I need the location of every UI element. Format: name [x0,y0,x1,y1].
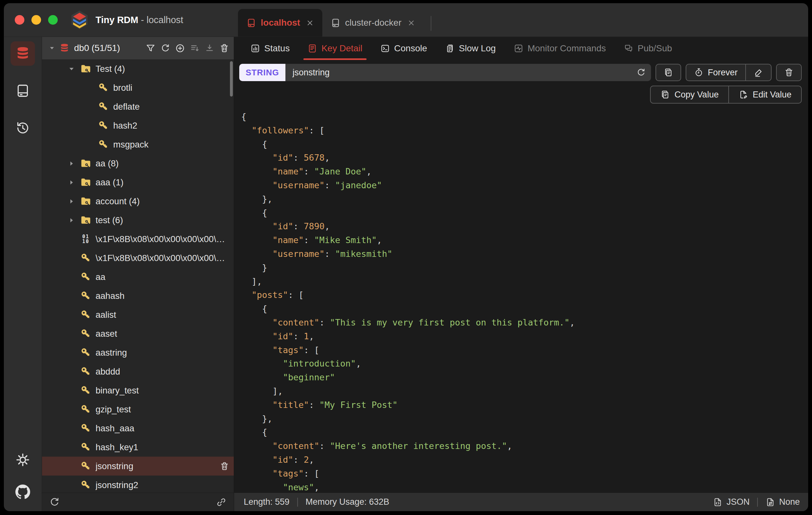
rename-key-button[interactable] [745,64,771,81]
code-line: "news", [241,481,805,492]
tree-key-item[interactable]: msgpack [42,135,234,154]
minimize-window-button[interactable] [31,15,41,25]
tree-folder-item[interactable]: account (4) [42,192,234,211]
tree-key-item[interactable]: deflate [42,97,234,116]
code-line: ], [241,384,805,398]
delete-db-icon[interactable] [220,43,229,53]
tree-key-item[interactable]: aastring [42,343,234,362]
tree-key-item[interactable]: hash_aaa [42,419,234,438]
tab-slow-log[interactable]: Slow Log [438,37,503,60]
code-line: } [241,261,805,275]
pencil-icon [754,68,763,77]
tree-key-item[interactable]: 0110\x1F\x8B\x08\x00\x00\x00\x00\x00... [42,230,234,249]
tree-key-item[interactable]: brotli [42,78,234,97]
key-name-input[interactable]: jsonstring [285,64,651,81]
code-line: "title": "My First Post" [241,398,805,412]
rail-database-button[interactable] [10,41,35,66]
tree-key-item[interactable]: gzip_test [42,400,234,419]
tree-item-label: jsonstring2 [95,480,138,490]
main-area: Status Key Detail Console [234,37,808,511]
close-tab-icon[interactable] [407,19,415,27]
tree-key-item[interactable]: aa [42,267,234,286]
tree-key-item[interactable]: hash2 [42,116,234,135]
tree-item-label: \x1F\x8B\x08\x00\x00\x00\x00\x00... [95,253,229,263]
tree-key-item[interactable]: aalist [42,305,234,324]
json-content[interactable]: { "followers": [ { "id": 5678, "name": "… [234,106,808,492]
caret-down-icon[interactable] [48,44,56,52]
rail-server-button[interactable] [10,79,35,103]
delete-key-button[interactable] [776,64,802,81]
link-icon[interactable] [216,497,227,508]
caret-right-icon[interactable] [67,178,76,187]
tree-folder-item[interactable]: Test (4) [42,59,234,78]
tab-status[interactable]: Status [243,37,297,60]
tree-folder-item[interactable]: test (6) [42,211,234,230]
decode-selector[interactable]: None [765,497,800,507]
caret-right-icon[interactable] [67,197,76,206]
caret-right-icon[interactable] [67,159,76,168]
copy-value-button[interactable]: Copy Value [651,86,728,103]
code-line: "content": "This is my very first post o… [241,316,805,330]
connection-tab-localhost[interactable]: localhost [238,9,322,36]
filter-icon[interactable] [146,43,155,53]
tree-key-item[interactable]: \x1F\x8B\x08\x00\x00\x00\x00\x00... [42,249,234,267]
edit-document-icon [738,90,748,99]
caret-down-icon[interactable] [67,64,76,74]
tree-key-item[interactable]: aaset [42,324,234,343]
key-icon [80,347,91,358]
tree-item-label: hash_key1 [95,442,138,453]
tree-key-item[interactable]: jsonstring2 [42,476,234,492]
code-line: "id": 1, [241,330,805,343]
edit-value-button[interactable]: Edit Value [728,86,801,103]
window-title: Tiny RDM - localhost [95,15,183,25]
tree-key-item[interactable]: abddd [42,362,234,381]
tree-scrollbar-thumb[interactable] [230,61,233,96]
tab-pub-sub[interactable]: Pub/Sub [616,37,679,60]
reload-key-icon[interactable] [636,68,646,77]
rail-history-button[interactable] [10,116,35,140]
rail-github-button[interactable] [10,480,35,504]
key-icon [98,120,109,131]
tree-item-label: jsonstring [95,461,134,471]
connection-tab-cluster-docker[interactable]: cluster-docker [322,9,424,36]
tab-monitor-commands[interactable]: Monitor Commands [506,37,613,60]
tab-label: Slow Log [459,43,496,54]
status-bar: Length: 559 Memory Usage: 632B JSON [234,492,808,511]
left-rail [4,37,42,511]
key-tree[interactable]: Test (4)brotlideflatehash2msgpackaa (8)a… [42,59,234,492]
reload-icon[interactable] [161,43,170,53]
close-window-button[interactable] [15,15,24,25]
add-key-icon[interactable] [175,43,185,53]
value-actions: Copy Value Edit Value [234,85,808,106]
length-label: Length: 559 [244,497,290,507]
import-icon[interactable] [205,43,214,53]
db-header-row[interactable]: db0 (51/51) [42,37,234,59]
flush-list-icon[interactable] [190,43,200,53]
tree-item-label: aastring [95,348,127,358]
server-monitor-icon [16,83,30,98]
title-bar-left: Tiny RDM - localhost [4,3,234,36]
copy-icon [660,90,670,99]
tab-console[interactable]: Console [373,37,435,60]
browser-panel: db0 (51/51) [42,37,234,511]
delete-key-icon[interactable] [220,461,229,471]
tree-key-item[interactable]: aahash [42,286,234,305]
tab-key-detail[interactable]: Key Detail [300,37,370,60]
code-line: ], [241,275,805,289]
key-icon [80,290,91,302]
close-tab-icon[interactable] [306,19,314,27]
refresh-tree-icon[interactable] [49,497,60,508]
tree-key-item[interactable]: binary_test [42,381,234,400]
zoom-window-button[interactable] [48,15,58,25]
tree-key-item[interactable]: hash_key1 [42,438,234,457]
pubsub-bubbles-icon [624,44,633,53]
ttl-button[interactable]: Forever [686,64,745,81]
rail-settings-button[interactable] [10,448,35,472]
code-line: { [241,426,805,439]
tree-folder-item[interactable]: aaa (1) [42,173,234,192]
tree-folder-item[interactable]: aa (8) [42,154,234,173]
copy-key-button[interactable] [656,64,681,81]
caret-right-icon[interactable] [67,216,76,225]
tree-key-item[interactable]: jsonstring [42,457,234,476]
view-format-selector[interactable]: JSON [713,497,750,507]
